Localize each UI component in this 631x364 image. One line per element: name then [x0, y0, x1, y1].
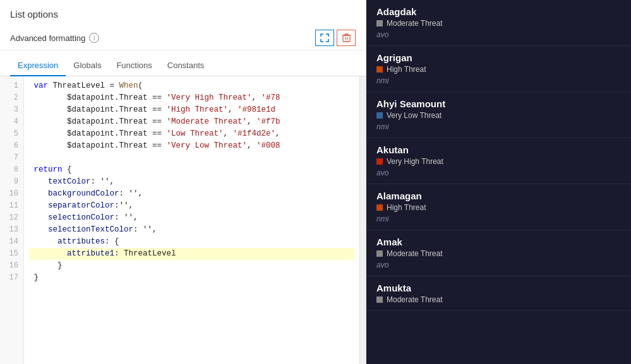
- info-icon[interactable]: i: [89, 33, 99, 43]
- threat-label: Moderate Threat: [387, 295, 443, 304]
- code-line-17: }: [29, 272, 354, 284]
- advanced-formatting-label: Advanced formatting i: [10, 33, 99, 43]
- list-item[interactable]: Ahyi Seamount Very Low Threat nmi: [366, 92, 631, 138]
- threat-dot: [376, 204, 383, 211]
- advanced-formatting-row: Advanced formatting i: [0, 26, 366, 50]
- item-name: Amukta: [376, 283, 621, 293]
- code-line-3: $datapoint.Threat == 'High Threat', '#98…: [29, 104, 354, 116]
- svg-rect-0: [343, 35, 350, 42]
- code-line-8: return {: [29, 164, 354, 176]
- item-name: Agrigan: [376, 52, 621, 63]
- code-line-9: textColor: '',: [29, 176, 354, 188]
- threat-label: High Threat: [387, 203, 426, 212]
- item-threat: High Threat: [376, 203, 621, 212]
- threat-label: High Threat: [387, 65, 426, 74]
- threat-dot: [376, 112, 383, 119]
- item-name: Adagdak: [376, 6, 621, 17]
- item-sub: nmi: [376, 214, 621, 223]
- code-line-15: attribute1: ThreatLevel: [29, 248, 354, 260]
- code-line-4: $datapoint.Threat == 'Moderate Threat', …: [29, 116, 354, 128]
- list-item[interactable]: Amukta Moderate Threat: [366, 276, 631, 311]
- list-item[interactable]: Amak Moderate Threat avo: [366, 230, 631, 276]
- list-item[interactable]: Akutan Very High Threat avo: [366, 138, 631, 184]
- code-line-12: selectionColor: '',: [29, 212, 354, 224]
- item-threat: Very High Threat: [376, 157, 621, 166]
- line-numbers: 1 2 3 4 5 6 7 8 9 10 11 12 13 14 15 16 1…: [0, 76, 24, 364]
- code-line-13: selectionTextColor: '',: [29, 224, 354, 236]
- advanced-formatting-text: Advanced formatting: [10, 33, 85, 43]
- item-name: Akutan: [376, 144, 621, 155]
- item-sub: avo: [376, 168, 621, 177]
- tab-expression[interactable]: Expression: [10, 56, 66, 76]
- code-line-11: separatorColor:'',: [29, 200, 354, 212]
- delete-button[interactable]: [337, 30, 356, 46]
- code-line-14: attributes: {: [29, 236, 354, 248]
- threat-label: Very High Threat: [387, 157, 443, 166]
- action-buttons: [315, 30, 356, 46]
- threat-dot: [376, 20, 383, 26]
- item-sub: avo: [376, 261, 621, 269]
- code-editor[interactable]: 1 2 3 4 5 6 7 8 9 10 11 12 13 14 15 16 1…: [0, 76, 366, 364]
- code-line-10: backgroundColor: '',: [29, 188, 354, 200]
- tab-functions[interactable]: Functions: [109, 56, 159, 76]
- code-line-16: }: [29, 260, 354, 272]
- scrollbar[interactable]: [359, 76, 366, 364]
- item-name: Alamagan: [376, 191, 621, 201]
- code-line-7: [29, 152, 354, 164]
- item-threat: High Threat: [376, 65, 621, 74]
- item-threat: Moderate Threat: [376, 19, 621, 28]
- item-sub: avo: [376, 30, 621, 39]
- item-threat: Very Low Threat: [376, 111, 621, 120]
- left-panel: List options Advanced formatting i: [0, 0, 366, 364]
- threat-dot: [376, 296, 383, 303]
- threat-label: Moderate Threat: [387, 249, 443, 258]
- item-sub: nmi: [376, 122, 621, 131]
- threat-label: Moderate Threat: [387, 19, 443, 28]
- code-line-1: var ThreatLevel = When(: [29, 80, 354, 92]
- code-line-6: $datapoint.Threat == 'Very Low Threat', …: [29, 140, 354, 152]
- code-line-2: $datapoint.Threat == 'Very High Threat',…: [29, 92, 354, 104]
- item-name: Amak: [376, 237, 621, 247]
- threat-dot: [376, 250, 383, 257]
- tab-globals[interactable]: Globals: [66, 56, 109, 76]
- item-threat: Moderate Threat: [376, 295, 621, 304]
- threat-dot: [376, 66, 383, 73]
- code-content[interactable]: var ThreatLevel = When( $datapoint.Threa…: [24, 76, 359, 364]
- list-item[interactable]: Agrigan High Threat nmi: [366, 46, 631, 92]
- item-threat: Moderate Threat: [376, 249, 621, 258]
- expand-button[interactable]: [315, 30, 334, 46]
- code-line-5: $datapoint.Threat == 'Low Threat', '#1f4…: [29, 128, 354, 140]
- list-item[interactable]: Adagdak Moderate Threat avo: [366, 0, 631, 46]
- right-panel: Adagdak Moderate Threat avo Agrigan High…: [366, 0, 631, 364]
- list-item[interactable]: Alamagan High Threat nmi: [366, 184, 631, 230]
- item-name: Ahyi Seamount: [376, 98, 621, 109]
- threat-label: Very Low Threat: [387, 111, 442, 120]
- tabs: Expression Globals Functions Constants: [0, 56, 366, 76]
- tab-constants[interactable]: Constants: [160, 56, 212, 76]
- threat-dot: [376, 158, 383, 165]
- list-options-title: List options: [0, 0, 366, 26]
- item-sub: nmi: [376, 76, 621, 85]
